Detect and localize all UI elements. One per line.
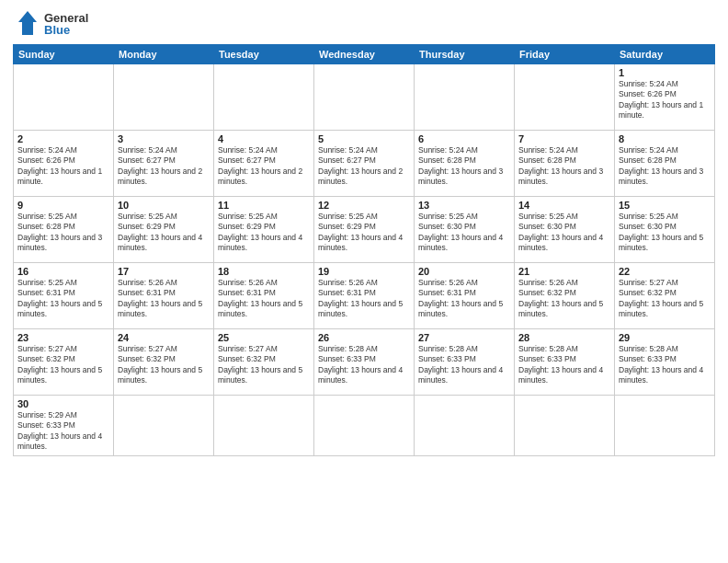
day-sun-info: Sunrise: 5:24 AM Sunset: 6:27 PM Dayligh… [118,145,210,188]
calendar-table: SundayMondayTuesdayWednesdayThursdayFrid… [13,44,715,456]
day-number: 28 [518,332,610,343]
calendar-cell: 26Sunrise: 5:28 AM Sunset: 6:33 PM Dayli… [314,329,415,396]
day-sun-info: Sunrise: 5:24 AM Sunset: 6:26 PM Dayligh… [17,145,109,188]
calendar-cell: 11Sunrise: 5:25 AM Sunset: 6:29 PM Dayli… [214,197,314,263]
calendar-cell: 21Sunrise: 5:26 AM Sunset: 6:32 PM Dayli… [515,263,615,329]
day-sun-info: Sunrise: 5:27 AM Sunset: 6:32 PM Dayligh… [17,344,109,386]
day-sun-info: Sunrise: 5:27 AM Sunset: 6:32 PM Dayligh… [118,344,210,386]
logo-wordmark: General Blue [44,12,88,36]
day-sun-info: Sunrise: 5:28 AM Sunset: 6:33 PM Dayligh… [619,344,711,386]
logo-svg: General Blue [13,9,88,39]
calendar-cell: 27Sunrise: 5:28 AM Sunset: 6:33 PM Dayli… [415,329,515,396]
day-sun-info: Sunrise: 5:25 AM Sunset: 6:29 PM Dayligh… [318,212,410,254]
day-number: 4 [218,133,310,144]
calendar-cell [415,396,515,456]
calendar-week-row: 2Sunrise: 5:24 AM Sunset: 6:26 PM Daylig… [14,131,715,197]
day-sun-info: Sunrise: 5:25 AM Sunset: 6:30 PM Dayligh… [418,212,510,254]
calendar-cell: 8Sunrise: 5:24 AM Sunset: 6:28 PM Daylig… [615,131,715,197]
calendar-cell: 14Sunrise: 5:25 AM Sunset: 6:30 PM Dayli… [515,197,615,263]
day-sun-info: Sunrise: 5:25 AM Sunset: 6:28 PM Dayligh… [17,212,109,254]
calendar-cell [314,396,415,456]
weekday-header-tuesday: Tuesday [214,45,314,64]
day-number: 2 [17,133,109,144]
day-number: 9 [17,200,109,211]
calendar-cell: 4Sunrise: 5:24 AM Sunset: 6:27 PM Daylig… [214,131,314,197]
day-sun-info: Sunrise: 5:24 AM Sunset: 6:27 PM Dayligh… [218,145,310,188]
calendar-cell [515,396,615,456]
calendar-cell [14,64,114,131]
day-number: 20 [418,266,510,277]
weekday-header-wednesday: Wednesday [314,45,415,64]
logo-blue-text: Blue [44,24,88,36]
weekday-header-sunday: Sunday [14,45,114,64]
day-number: 23 [17,332,109,343]
calendar-cell: 5Sunrise: 5:24 AM Sunset: 6:27 PM Daylig… [314,131,415,197]
day-sun-info: Sunrise: 5:27 AM Sunset: 6:32 PM Dayligh… [218,344,310,386]
day-number: 3 [118,133,210,144]
day-sun-info: Sunrise: 5:24 AM Sunset: 6:28 PM Dayligh… [418,145,510,188]
weekday-header-thursday: Thursday [415,45,515,64]
day-number: 6 [418,133,510,144]
day-number: 30 [17,398,109,409]
calendar-cell: 30Sunrise: 5:29 AM Sunset: 6:33 PM Dayli… [14,396,114,456]
day-number: 12 [318,200,410,211]
day-sun-info: Sunrise: 5:26 AM Sunset: 6:31 PM Dayligh… [118,278,210,320]
day-number: 24 [118,332,210,343]
calendar-cell [114,64,214,131]
page-header: General Blue [13,9,715,39]
day-sun-info: Sunrise: 5:25 AM Sunset: 6:30 PM Dayligh… [619,212,711,254]
day-number: 22 [619,266,711,277]
calendar-cell: 20Sunrise: 5:26 AM Sunset: 6:31 PM Dayli… [415,263,515,329]
day-sun-info: Sunrise: 5:24 AM Sunset: 6:27 PM Dayligh… [318,145,410,188]
day-number: 26 [318,332,410,343]
calendar-cell [114,396,214,456]
day-sun-info: Sunrise: 5:24 AM Sunset: 6:28 PM Dayligh… [518,145,610,188]
calendar-cell: 23Sunrise: 5:27 AM Sunset: 6:32 PM Dayli… [14,329,114,396]
day-sun-info: Sunrise: 5:25 AM Sunset: 6:29 PM Dayligh… [118,212,210,254]
weekday-header-saturday: Saturday [615,45,715,64]
day-number: 27 [418,332,510,343]
calendar-week-row: 23Sunrise: 5:27 AM Sunset: 6:32 PM Dayli… [14,329,715,396]
calendar-cell: 7Sunrise: 5:24 AM Sunset: 6:28 PM Daylig… [515,131,615,197]
calendar-week-row: 1Sunrise: 5:24 AM Sunset: 6:26 PM Daylig… [14,64,715,131]
day-number: 8 [619,133,711,144]
day-number: 16 [17,266,109,277]
day-number: 10 [118,200,210,211]
day-number: 25 [218,332,310,343]
calendar-cell: 15Sunrise: 5:25 AM Sunset: 6:30 PM Dayli… [615,197,715,263]
day-number: 5 [318,133,410,144]
day-number: 15 [619,200,711,211]
weekday-header-friday: Friday [515,45,615,64]
calendar-cell: 1Sunrise: 5:24 AM Sunset: 6:26 PM Daylig… [615,64,715,131]
day-sun-info: Sunrise: 5:27 AM Sunset: 6:32 PM Dayligh… [619,278,711,320]
calendar-cell: 19Sunrise: 5:26 AM Sunset: 6:31 PM Dayli… [314,263,415,329]
day-sun-info: Sunrise: 5:25 AM Sunset: 6:31 PM Dayligh… [17,278,109,320]
calendar-cell: 12Sunrise: 5:25 AM Sunset: 6:29 PM Dayli… [314,197,415,263]
day-sun-info: Sunrise: 5:25 AM Sunset: 6:29 PM Dayligh… [218,212,310,254]
weekday-header-row: SundayMondayTuesdayWednesdayThursdayFrid… [14,45,715,64]
calendar-cell: 6Sunrise: 5:24 AM Sunset: 6:28 PM Daylig… [415,131,515,197]
day-number: 13 [418,200,510,211]
calendar-cell: 18Sunrise: 5:26 AM Sunset: 6:31 PM Dayli… [214,263,314,329]
day-sun-info: Sunrise: 5:28 AM Sunset: 6:33 PM Dayligh… [418,344,510,386]
calendar-cell: 10Sunrise: 5:25 AM Sunset: 6:29 PM Dayli… [114,197,214,263]
calendar-cell [214,396,314,456]
day-number: 19 [318,266,410,277]
calendar-cell: 25Sunrise: 5:27 AM Sunset: 6:32 PM Dayli… [214,329,314,396]
day-sun-info: Sunrise: 5:28 AM Sunset: 6:33 PM Dayligh… [518,344,610,386]
day-sun-info: Sunrise: 5:26 AM Sunset: 6:31 PM Dayligh… [418,278,510,320]
day-sun-info: Sunrise: 5:28 AM Sunset: 6:33 PM Dayligh… [318,344,410,386]
day-number: 18 [218,266,310,277]
day-sun-info: Sunrise: 5:29 AM Sunset: 6:33 PM Dayligh… [17,410,109,453]
calendar-cell: 9Sunrise: 5:25 AM Sunset: 6:28 PM Daylig… [14,197,114,263]
calendar-cell [415,64,515,131]
day-sun-info: Sunrise: 5:25 AM Sunset: 6:30 PM Dayligh… [518,212,610,254]
svg-marker-0 [18,11,37,35]
calendar-week-row: 30Sunrise: 5:29 AM Sunset: 6:33 PM Dayli… [14,396,715,456]
day-sun-info: Sunrise: 5:26 AM Sunset: 6:32 PM Dayligh… [518,278,610,320]
day-number: 21 [518,266,610,277]
calendar-cell: 2Sunrise: 5:24 AM Sunset: 6:26 PM Daylig… [14,131,114,197]
day-number: 29 [619,332,711,343]
day-sun-info: Sunrise: 5:24 AM Sunset: 6:26 PM Dayligh… [619,79,711,121]
day-sun-info: Sunrise: 5:24 AM Sunset: 6:28 PM Dayligh… [619,145,711,188]
